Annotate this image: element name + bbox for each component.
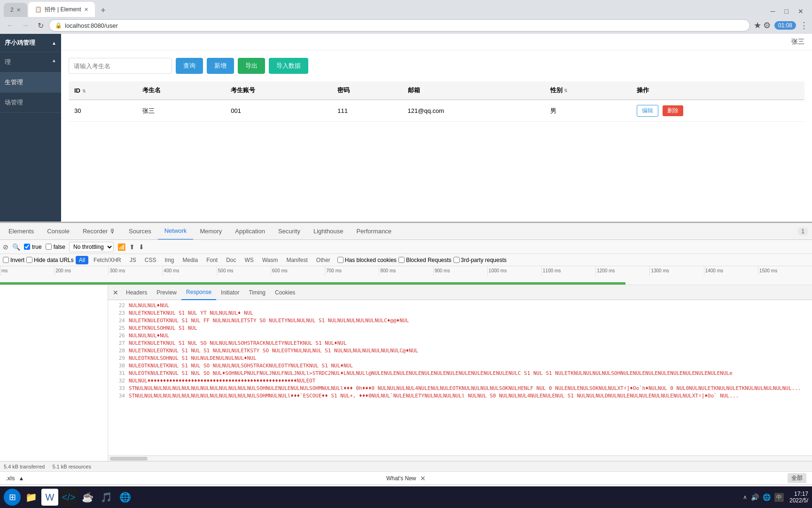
tab-network[interactable]: Network [158,223,194,240]
window-close[interactable]: ✕ [793,6,808,17]
disable-cache-checkbox[interactable]: false [46,244,65,250]
new-tab-button[interactable]: + [97,4,110,17]
filter-img[interactable]: Img [161,256,177,264]
tab-active-close[interactable]: ✕ [84,7,88,13]
third-party-checkbox[interactable]: 3rd-party requests [453,257,507,263]
filter-ws[interactable]: WS [242,256,257,264]
all-button[interactable]: 全部 [788,473,806,483]
response-panel-close[interactable]: ✕ [110,289,121,296]
filter-css[interactable]: CSS [141,256,160,264]
search-icon[interactable]: 🔍 [12,243,20,251]
gender-sort-icon[interactable]: ⇅ [564,88,568,93]
sidebar-item-student[interactable]: 生管理 [0,72,61,93]
taskbar-files[interactable]: 📁 [23,489,39,506]
download-icon[interactable]: ⬇ [139,243,144,251]
has-blocked-cookies-checkbox[interactable]: Has blocked cookies [337,257,397,263]
line-num: 30 [112,362,125,370]
search-button[interactable]: 查询 [176,58,203,74]
address-bar: ← → ↻ 🔒 localhost:8080/user ★ ⚙ 01:08 ⋮ [0,17,812,34]
taskbar-java[interactable]: ☕ [79,489,96,506]
browser-action-2[interactable]: ⚙ [763,20,771,31]
sidebar-toggle-icon[interactable]: ▲ [52,40,56,46]
sidebar-item-venue[interactable]: 场管理 [0,93,61,113]
upload-icon[interactable]: ⬆ [129,243,135,251]
collapse-icon[interactable]: ▲ [19,475,24,482]
response-tab-response[interactable]: Response [181,285,216,300]
filter-all[interactable]: All [76,256,88,264]
blocked-requests-checkbox[interactable]: Blocked Requests [398,257,452,263]
start-button[interactable]: ⊞ [4,489,21,506]
table-row: 30 张三 001 111 121@qq.com 男 编辑 删除 [69,100,804,122]
import-button[interactable]: 导入数据 [269,58,308,74]
tab-inactive-label: 2 [10,7,14,13]
scroll-handle[interactable] [110,457,148,460]
forward-button[interactable]: → [19,19,32,32]
response-tab-timing[interactable]: Timing [244,285,270,300]
window-restore[interactable]: □ [780,6,793,17]
invert-checkbox[interactable]: Invert [3,257,24,263]
response-tab-headers[interactable]: Headers [121,285,152,300]
add-button[interactable]: 新增 [207,58,234,74]
tab-sources[interactable]: Sources [122,223,158,240]
tab-elements[interactable]: Elements [2,223,40,240]
edit-button[interactable]: 编辑 [637,105,658,117]
sidebar-item-general[interactable]: 理 ▲ [0,52,61,72]
filter-doc[interactable]: Doc [223,256,239,264]
timeline-label: 900 ms [433,266,487,276]
filter-icon[interactable]: ⊘ [3,243,8,251]
tab-lighthouse[interactable]: Lighthouse [307,223,350,240]
timeline-label: ms [0,266,54,276]
hide-data-urls-checkbox[interactable]: Hide data URLs [26,257,74,263]
response-tab-cookies[interactable]: Cookies [270,285,300,300]
network-tray-icon[interactable]: 🌐 [763,493,771,501]
filter-manifest[interactable]: Manifest [283,256,311,264]
refresh-button[interactable]: ↻ [34,19,47,32]
response-content[interactable]: 22 NULNULNUL♦NUL 23 NULETKNULETKNUL S1 N… [108,300,812,455]
tray-area: ∧ 🔊 🌐 中 [743,493,784,502]
filter-font[interactable]: Font [203,256,221,264]
tab-inactive-close[interactable]: ✕ [16,7,21,13]
taskbar-chrome[interactable]: 🌐 [117,489,133,506]
response-tab-preview[interactable]: Preview [152,285,181,300]
tab-security[interactable]: Security [272,223,307,240]
cell-email: 121@qq.com [402,100,545,122]
filter-media[interactable]: Media [179,256,201,264]
sort-icon[interactable]: ⇅ [82,89,86,94]
ime-icon[interactable]: 中 [774,493,784,502]
response-tab-initiator[interactable]: Initiator [216,285,244,300]
tab-active[interactable]: 📋 招件 | Element ✕ [28,2,95,17]
window-minimize[interactable]: ─ [766,6,780,17]
tab-inactive[interactable]: 2 ✕ [4,3,27,17]
tab-performance[interactable]: Performance [350,223,398,240]
line-content: NULNUL♦♦♦♦♦♦♦♦♦♦♦♦♦♦♦♦♦♦♦♦♦♦♦♦♦♦♦♦♦♦♦♦♦♦… [129,377,315,385]
tab-console[interactable]: Console [40,223,76,240]
filter-other[interactable]: Other [313,256,334,264]
volume-icon[interactable]: 🔊 [751,493,759,501]
line-num: 23 [112,310,125,317]
taskbar-code[interactable]: </> [60,489,77,506]
tab-recorder[interactable]: Recorder 🎙 [76,223,122,240]
browser-action-1[interactable]: ★ [754,20,761,31]
browser-menu[interactable]: ⋮ [800,20,808,31]
timeline-label: 1000 ms [487,266,541,276]
search-input[interactable] [69,58,172,74]
tab-application[interactable]: Application [228,223,272,240]
sidebar-chevron-icon: ▲ [52,58,56,66]
sidebar: 序小鸡管理 ▲ 理 ▲ 生管理 场管理 [0,34,61,222]
url-input[interactable]: 🔒 localhost:8080/user [49,19,750,32]
delete-button[interactable]: 删除 [663,105,683,116]
tray-expand-icon[interactable]: ∧ [743,494,747,500]
preserve-log-checkbox[interactable]: true [24,244,42,250]
whats-new-close-button[interactable]: ✕ [420,475,426,482]
taskbar-music[interactable]: 🎵 [98,489,115,506]
filter-js[interactable]: JS [126,256,140,264]
tab-memory[interactable]: Memory [193,223,228,240]
taskbar-word[interactable]: W [41,489,58,506]
throttle-select[interactable]: No throttling [69,242,114,252]
filter-wasm[interactable]: Wasm [259,256,281,264]
export-button[interactable]: 导出 [238,58,265,74]
horizontal-scrollbar[interactable] [108,455,812,461]
back-button[interactable]: ← [4,19,17,32]
col-gender: 性别 ⇅ [545,81,631,100]
filter-fetch-xhr[interactable]: Fetch/XHR [90,256,125,264]
